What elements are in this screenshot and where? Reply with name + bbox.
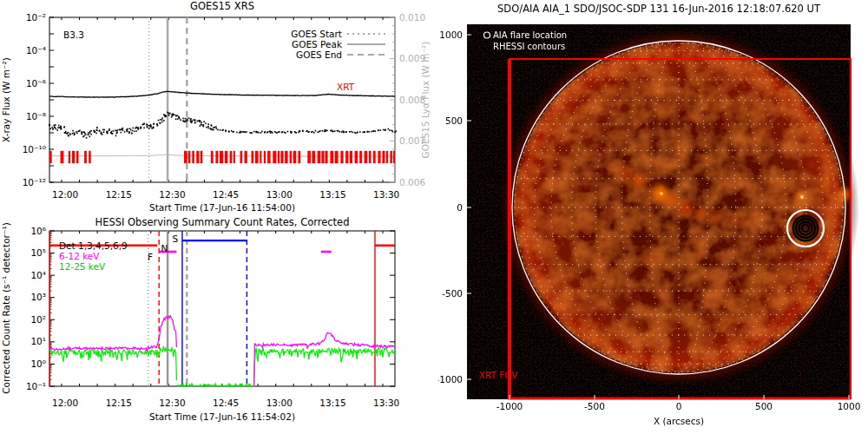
y-tick-label: 500 [445, 115, 463, 126]
y-tick-label: 10¹ [30, 336, 46, 346]
xrt-fov-label: XRT FOV [479, 370, 519, 380]
series-goes-short-dots [49, 112, 397, 139]
x-tick-label: 12:00 [52, 398, 78, 408]
xrt-label: XRT [337, 82, 355, 92]
flag-letter-n: N [161, 243, 168, 253]
legend-6-12-kev: 6-12 keV [59, 251, 100, 261]
x-tick-label: 500 [755, 401, 773, 411]
x-tick-label: 1000 [838, 401, 861, 411]
y-tick-label: 10⁰ [30, 358, 46, 369]
y2-tick-label: 0.010 [399, 12, 425, 23]
x-tick-label: 0 [676, 401, 682, 411]
legend-aia-flare-location: AIA flare location [493, 30, 567, 40]
series-6-12-kev [254, 332, 395, 385]
x-tick-label: 13:15 [319, 189, 345, 200]
legend-goes-start: GOES Start [291, 29, 342, 39]
aia-map-title: SDO/AIA AIA_1 SDO/JSOC-SDP 131 16-Jun-20… [497, 3, 821, 15]
x-tick-label: 13:00 [266, 398, 293, 408]
y-tick-label: 10⁻¹⁰ [23, 144, 46, 155]
series-6-12-kev [49, 316, 177, 352]
y-tick-label: 10⁻² [26, 12, 46, 23]
goes-x-axis-label: Start Time (17-Jun-16 11:54:00) [149, 202, 295, 213]
hessi-y-axis-label: Corrected Count Rate (s⁻¹ detector⁻¹) [1, 222, 11, 394]
x-tick-label: 12:15 [106, 398, 132, 408]
flag-letter-f: F [148, 252, 153, 262]
y-tick-label: -1000 [438, 374, 463, 385]
goes-y2-axis-label: GOES15 Lyα Flux (W m⁻²) [420, 42, 431, 159]
y-tick-label: 10³ [30, 292, 46, 302]
x-tick-label: 13:00 [266, 189, 293, 200]
legend-rhessi-contours: RHESSI contours [493, 42, 565, 51]
hessi-rates-chart: 10⁶10⁵10⁴10³10²10¹10⁰10⁻¹12:0012:1512:30… [0, 217, 438, 434]
x-tick-label: 12:45 [213, 189, 239, 200]
goes-xrs-chart: 10⁻²10⁻⁴10⁻⁶10⁻⁸10⁻¹⁰10⁻¹²0.0100.0090.00… [0, 0, 438, 217]
y-tick-label: 10⁻¹² [23, 177, 46, 187]
aia-map-column: -1000-5000500100010005000-500-1000 SDO/A… [438, 0, 868, 434]
xrt-exposure-bars [49, 151, 395, 163]
x-tick-label: -500 [584, 401, 605, 411]
x-tick-label: 12:45 [213, 398, 239, 408]
goes-class-label: B3.3 [63, 30, 84, 40]
y-tick-label: 10⁵ [30, 247, 46, 258]
y-tick-label: 0 [457, 202, 463, 213]
aia-map-image: -1000-5000500100010005000-500-1000 [438, 24, 860, 411]
hessi-plot-frame [49, 231, 395, 386]
goes-chart-title: GOES15 XRS [190, 0, 254, 12]
goes-y-axis-label: X-ray Flux (W m⁻²) [1, 57, 11, 142]
series-goes-long [49, 91, 395, 97]
y2-tick-label: 0.006 [399, 177, 425, 187]
flag-letter-s: S [172, 233, 178, 244]
series-12-25-kev [254, 347, 395, 386]
x-tick-label: -1000 [496, 401, 523, 411]
y-tick-label: 10² [30, 314, 46, 325]
hessi-x-axis-label: Start Time (17-Jun-16 11:54:02) [149, 411, 295, 422]
series-12-25-kev [177, 384, 253, 386]
x-tick-label: 12:30 [159, 398, 185, 408]
series-12-25-kev [49, 347, 177, 381]
x-tick-label: 12:30 [159, 189, 185, 200]
x-tick-label: 12:15 [106, 189, 132, 200]
y-tick-label: -500 [442, 288, 463, 299]
timeseries-column: 10⁻²10⁻⁴10⁻⁶10⁻⁸10⁻¹⁰10⁻¹²0.0100.0090.00… [0, 0, 438, 434]
x-tick-label: 13:15 [319, 398, 345, 408]
bright-point [800, 195, 804, 199]
aia-x-axis-label: X (arcsecs) [654, 416, 704, 426]
x-tick-label: 12:00 [52, 189, 78, 200]
legend-goes-peak: GOES Peak [292, 39, 343, 49]
y-tick-label: 1000 [439, 30, 463, 40]
y-tick-label: 10⁶ [30, 226, 46, 236]
solar-quicklook-screen: 10⁻²10⁻⁴10⁻⁶10⁻⁸10⁻¹⁰10⁻¹²0.0100.0090.00… [0, 0, 868, 434]
y-tick-label: 10⁴ [30, 270, 46, 280]
y-tick-label: 10⁻¹ [26, 381, 46, 391]
legend-12-25-kev: 12-25 keV [59, 261, 106, 272]
bright-point [660, 192, 663, 195]
aia-solar-map: -1000-5000500100010005000-500-1000 SDO/A… [438, 0, 868, 434]
y-tick-label: 10⁻⁴ [26, 45, 46, 56]
y-tick-label: 10⁻⁶ [26, 78, 46, 89]
x-tick-label: 13:30 [373, 398, 399, 408]
legend-goes-end: GOES End [296, 49, 342, 60]
x-tick-label: 13:30 [373, 189, 399, 200]
hessi-chart-title: HESSI Observing Summary Count Rates, Cor… [95, 217, 349, 228]
legend-detectors: Det 1,3,4,5,6,9 [59, 240, 128, 251]
y-tick-label: 10⁻⁸ [26, 111, 46, 122]
